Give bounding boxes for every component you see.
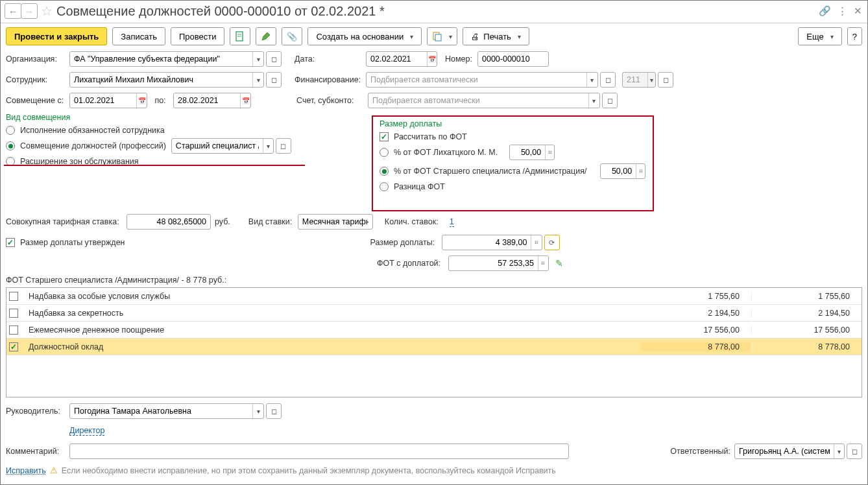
- org-label: Организация:: [6, 54, 69, 64]
- row-checkbox[interactable]: [9, 309, 18, 318]
- calc-fot-checkbox[interactable]: Рассчитать по ФОТ: [380, 132, 646, 141]
- nav-back[interactable]: ←: [5, 3, 21, 19]
- favorite-star-icon[interactable]: ☆: [41, 3, 53, 19]
- pencil-icon-button[interactable]: [256, 27, 276, 45]
- manager-label: Руководитель:: [6, 407, 69, 416]
- row-value-1: 17 556,00: [641, 325, 751, 335]
- open-icon[interactable]: ◻: [658, 72, 673, 88]
- to-label: по:: [147, 96, 173, 105]
- rate-type-field[interactable]: [298, 214, 373, 230]
- pencil-icon[interactable]: ✎: [555, 258, 563, 268]
- account-field[interactable]: ▾: [368, 93, 600, 108]
- chevron-down-icon[interactable]: ▾: [588, 93, 599, 108]
- radio-combine[interactable]: Совмещение должностей (профессий) ▾ ◻: [6, 138, 311, 154]
- payment-amount-field[interactable]: ⌗: [442, 235, 542, 250]
- link-icon[interactable]: 🔗: [819, 5, 831, 17]
- open-icon[interactable]: ◻: [276, 138, 291, 154]
- doc-icon-button[interactable]: [230, 27, 250, 45]
- nav-forward[interactable]: →: [21, 3, 38, 19]
- open-icon[interactable]: ◻: [847, 444, 862, 459]
- rate-type-label: Вид ставки:: [248, 217, 298, 226]
- copy-icon-button[interactable]: [427, 27, 457, 45]
- calc-icon[interactable]: ⌗: [636, 164, 645, 178]
- calc-icon[interactable]: ⌗: [538, 256, 548, 270]
- radio-pct-employee[interactable]: % от ФОТ Лихатцкого М. М. ⌗: [380, 145, 646, 160]
- calendar-icon[interactable]: 📅: [427, 52, 437, 66]
- chevron-down-icon[interactable]: ▾: [252, 404, 263, 418]
- fot-total-field[interactable]: ⌗: [448, 255, 549, 271]
- table-row[interactable]: Ежемесячное денежное поощрение17 556,001…: [6, 322, 862, 338]
- comment-field[interactable]: [69, 444, 569, 459]
- chevron-down-icon[interactable]: ▾: [252, 52, 263, 66]
- radio-pct-position[interactable]: % от ФОТ Старшего специалиста /Администр…: [380, 163, 646, 179]
- calendar-icon[interactable]: 📅: [240, 93, 250, 108]
- menu-dots-icon[interactable]: ⋮: [838, 5, 847, 17]
- combine-type-title: Вид совмещения: [6, 113, 311, 122]
- chevron-down-icon[interactable]: ▾: [834, 444, 844, 458]
- manager-field[interactable]: ▾: [69, 403, 264, 419]
- close-icon[interactable]: ✕: [854, 5, 862, 17]
- fix-link[interactable]: Исправить: [6, 466, 46, 475]
- fin-code-field: ▾: [622, 72, 656, 88]
- red-underline: [4, 165, 305, 166]
- post-button[interactable]: Провести: [171, 27, 225, 45]
- date-from-field[interactable]: 📅: [69, 93, 147, 108]
- open-icon[interactable]: ◻: [266, 403, 282, 419]
- create-based-button[interactable]: Создать на основании: [307, 27, 422, 45]
- radio-duties[interactable]: Исполнение обязанностей сотрудника: [6, 126, 311, 135]
- svg-rect-4: [435, 34, 441, 41]
- manager-title-link[interactable]: Директор: [69, 426, 104, 436]
- window-title: Совмещение должностей 0000-000010 от 02.…: [56, 4, 819, 19]
- date-field[interactable]: 📅: [366, 51, 437, 67]
- approved-label: Размер доплаты утвержден: [20, 238, 125, 247]
- approved-checkbox[interactable]: [6, 238, 15, 247]
- date-label: Дата:: [295, 54, 366, 64]
- open-icon[interactable]: ◻: [600, 72, 616, 88]
- financing-label: Финансирование:: [295, 75, 366, 84]
- responsible-field[interactable]: ▾: [734, 444, 845, 459]
- org-field[interactable]: ▾: [69, 51, 264, 67]
- payment-amount-label: Размер доплаты:: [370, 238, 442, 247]
- calendar-icon[interactable]: 📅: [136, 93, 147, 108]
- open-icon[interactable]: ◻: [602, 93, 618, 108]
- chevron-down-icon[interactable]: ▾: [252, 73, 263, 87]
- more-button[interactable]: Еще: [798, 27, 841, 45]
- refresh-button[interactable]: ⟳: [544, 235, 560, 250]
- row-checkbox[interactable]: [9, 292, 18, 301]
- payment-size-title: Размер доплаты: [380, 119, 646, 128]
- radio-diff[interactable]: Разница ФОТ: [380, 182, 646, 191]
- number-field[interactable]: [477, 51, 549, 67]
- chevron-down-icon[interactable]: ▾: [263, 139, 273, 153]
- help-button[interactable]: ?: [847, 27, 862, 45]
- financing-field[interactable]: ▾: [366, 72, 598, 88]
- chevron-down-icon[interactable]: ▾: [586, 73, 597, 87]
- table-row[interactable]: Должностной оклад8 778,008 778,00: [6, 338, 862, 355]
- chevron-down-icon[interactable]: ▾: [647, 73, 655, 87]
- rate-count-link[interactable]: 1: [450, 217, 454, 227]
- row-value-2: 8 778,00: [751, 342, 862, 351]
- fot-table[interactable]: Надбавка за особые условия службы1 755,6…: [6, 287, 862, 397]
- calc-icon[interactable]: ⌗: [531, 235, 541, 250]
- fix-note: Если необходимо внести исправление, но п…: [62, 466, 556, 475]
- calc-icon[interactable]: ⌗: [545, 145, 554, 160]
- employee-field[interactable]: ▾: [69, 72, 264, 88]
- post-and-close-button[interactable]: Провести и закрыть: [6, 27, 107, 45]
- row-checkbox[interactable]: [9, 342, 18, 351]
- attach-icon-button[interactable]: 📎: [282, 27, 302, 45]
- row-value-2: 1 755,60: [751, 292, 862, 301]
- open-icon[interactable]: ◻: [266, 72, 282, 88]
- table-row[interactable]: Надбавка за секретность2 194,502 194,50: [6, 305, 862, 322]
- position-field[interactable]: ▾: [171, 138, 274, 154]
- row-value-1: 2 194,50: [641, 309, 751, 318]
- row-checkbox[interactable]: [9, 325, 18, 335]
- aggregate-rate-field[interactable]: [127, 214, 211, 230]
- row-value-2: 17 556,00: [751, 325, 862, 335]
- account-label: Счет, субконто:: [296, 96, 368, 105]
- table-row[interactable]: Надбавка за особые условия службы1 755,6…: [6, 288, 862, 305]
- comment-label: Комментарий:: [6, 447, 69, 456]
- save-button[interactable]: Записать: [112, 27, 165, 45]
- print-button[interactable]: 🖨 Печать: [463, 27, 529, 45]
- date-to-field[interactable]: 📅: [173, 93, 251, 108]
- open-icon[interactable]: ◻: [266, 51, 282, 67]
- table-header-label: ФОТ Старшего специалиста /Администрация/…: [6, 276, 862, 285]
